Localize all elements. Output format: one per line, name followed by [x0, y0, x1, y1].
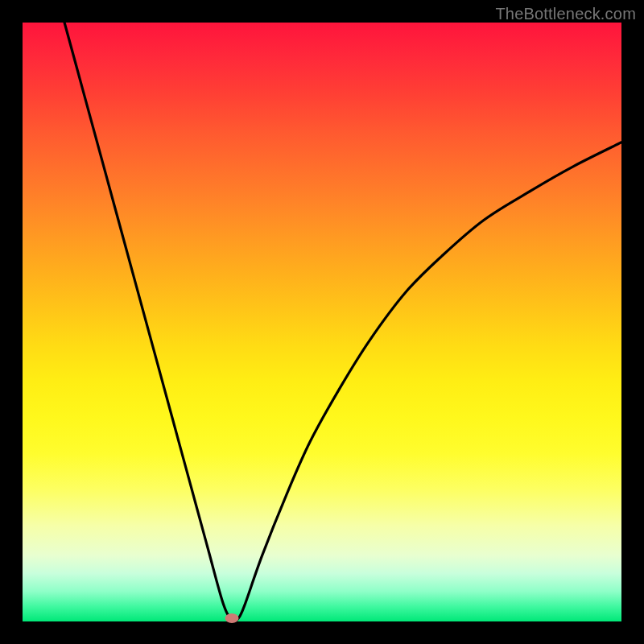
optimal-point-marker — [225, 613, 239, 623]
plot-area — [23, 23, 621, 621]
chart-frame: TheBottleneck.com — [0, 0, 644, 644]
bottleneck-curve — [64, 23, 621, 621]
watermark-text: TheBottleneck.com — [495, 5, 636, 23]
curve-svg — [23, 23, 621, 621]
